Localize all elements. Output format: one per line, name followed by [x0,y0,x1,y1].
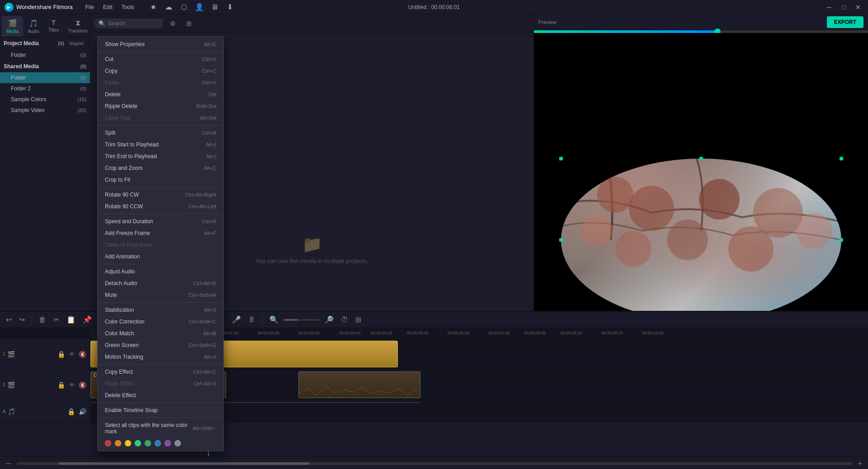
ctx-rotate-ccw[interactable]: Rotate 90 CCW Ctrl+Alt+Left [98,201,223,212]
ctx-sep-6 [98,364,223,365]
ctx-crop-fit-label: Crop to Fit [105,177,130,183]
ctx-color-match-label: Color Match [105,330,134,337]
color-mark-orange[interactable] [115,440,121,446]
ctx-close-gap-label: Close Gap [105,115,131,121]
ctx-rotate-ccw-shortcut: Ctrl+Alt+Left [189,204,216,209]
ctx-adjust-audio-label: Adjust Audio [105,268,135,275]
ctx-ripple-delete-shortcut: Shift+Del [196,103,216,109]
ctx-motion-tracking[interactable]: Motion Tracking Alt+X [98,351,223,363]
ctx-color-correction-shortcut: Ctrl+Shift+C [189,319,216,324]
ctx-sep-3 [98,214,223,214]
ctx-adjust-audio[interactable]: Adjust Audio [98,266,223,277]
ctx-copy-effect[interactable]: Copy Effect Ctrl+Alt+C [98,366,223,378]
ctx-split-shortcut: Ctrl+B [202,130,216,136]
ctx-color-match-shortcut: Alt+M [203,331,216,336]
ctx-freeze-shortcut: Alt+F [204,230,216,236]
ctx-rotate-cw[interactable]: Rotate 90 CW Ctrl+Alt+Right [98,189,223,201]
ctx-crop-zoom-label: Crop and Zoom [105,165,142,171]
ctx-close-gap: Close Gap Alt+Del [98,112,223,124]
ctx-show-properties[interactable]: Show Properties Alt+E [98,38,223,50]
ctx-green-screen-label: Green Screen [105,342,139,348]
ctx-sep-2 [98,187,223,188]
ctx-detach-audio[interactable]: Detach Audio Ctrl+Alt+D [98,277,223,289]
ctx-mute[interactable]: Mute Ctrl+Shift+M [98,289,223,301]
ctx-split[interactable]: Split Ctrl+B [98,127,223,139]
context-menu: Show Properties Alt+E Cut Ctrl+X Copy Ct… [97,36,224,451]
ctx-clear-keyframes-label: Clear All Keyframes [105,242,152,248]
color-mark-blue[interactable] [155,440,161,446]
ctx-copy-effect-shortcut: Ctrl+Alt+C [193,369,216,375]
color-mark-gray[interactable] [175,440,181,446]
ctx-green-screen[interactable]: Green Screen Ctrl+Shift+G [98,339,223,351]
ctx-speed-shortcut: Ctrl+R [202,219,216,224]
ctx-detach-audio-label: Detach Audio [105,280,137,286]
ctx-crop-fit[interactable]: Crop to Fit [98,174,223,186]
color-mark-darkgreen[interactable] [145,440,151,446]
ctx-close-gap-shortcut: Alt+Del [200,115,216,121]
color-mark-purple[interactable] [165,440,171,446]
ctx-cut-shortcut: Ctrl+X [202,56,216,62]
color-mark-green[interactable] [135,440,141,446]
ctx-select-color-mark-shortcut: Alt+Shift+` [193,426,216,431]
ctx-stabilization-label: Stabilization [105,307,134,313]
ctx-clear-keyframes: Clear All Keyframes [98,239,223,251]
color-mark-red[interactable] [105,440,111,446]
ctx-trim-start[interactable]: Trim Start to Playhead Alt+[ [98,139,223,150]
ctx-ripple-delete[interactable]: Ripple Delete Shift+Del [98,100,223,112]
ctx-mute-shortcut: Ctrl+Shift+M [189,292,216,298]
ctx-add-animation[interactable]: Add Animation [98,251,223,263]
ctx-cut[interactable]: Cut Ctrl+X [98,53,223,65]
ctx-paste-shortcut: Ctrl+V [202,80,216,85]
ctx-freeze-label: Add Freeze Frame [105,230,150,236]
ctx-sep-4 [98,264,223,264]
ctx-trim-end-label: Trim End to Playhead [105,153,157,159]
ctx-color-match[interactable]: Color Match Alt+M [98,328,223,339]
ctx-enable-snap-label: Enable Timeline Snap [105,407,158,413]
ctx-crop-zoom[interactable]: Crop and Zoom Alt+C [98,162,223,174]
ctx-paste: Paste Ctrl+V [98,77,223,89]
ctx-trim-start-label: Trim Start to Playhead [105,141,159,148]
ctx-paste-label: Paste [105,80,119,86]
color-mark-yellow[interactable] [125,440,131,446]
ctx-copy-effect-label: Copy Effect [105,369,133,375]
ctx-delete-label: Delete [105,91,121,98]
ctx-split-label: Split [105,130,115,136]
ctx-sep-7 [98,403,223,403]
ctx-cut-label: Cut [105,56,113,62]
ctx-copy-shortcut: Ctrl+C [202,68,216,74]
ctx-color-correction-label: Color Correction [105,319,144,325]
ctx-paste-effect: Paste Effect Ctrl+Alt+V [98,378,223,389]
ctx-select-color-mark-label: Select all clips with the same color mar… [105,422,193,435]
ctx-sep-0 [98,52,223,52]
ctx-sep-5 [98,302,223,303]
ctx-freeze[interactable]: Add Freeze Frame Alt+F [98,227,223,239]
ctx-detach-audio-shortcut: Ctrl+Alt+D [193,281,216,286]
ctx-green-screen-shortcut: Ctrl+Shift+G [189,342,216,348]
ctx-copy[interactable]: Copy Ctrl+C [98,65,223,77]
ctx-show-properties-label: Show Properties [105,41,145,47]
ctx-ripple-delete-label: Ripple Delete [105,103,137,109]
ctx-delete-effect-label: Delete Effect [105,392,136,399]
ctx-stabilization[interactable]: Stabilization Alt+S [98,304,223,316]
ctx-sep-8 [98,417,223,418]
ctx-color-correction[interactable]: Color Correction Ctrl+Shift+C [98,316,223,328]
ctx-trim-end-shortcut: Alt+] [206,154,216,159]
ctx-speed-label: Speed and Duration [105,218,153,225]
ctx-speed[interactable]: Speed and Duration Ctrl+R [98,216,223,227]
ctx-color-marks-row [98,437,223,449]
ctx-delete-effect[interactable]: Delete Effect [98,389,223,401]
ctx-select-color-mark[interactable]: Select all clips with the same color mar… [98,419,223,437]
ctx-trim-start-shortcut: Alt+[ [206,142,216,147]
ctx-delete-shortcut: Del [208,92,216,97]
ctx-paste-effect-label: Paste Effect [105,380,134,387]
ctx-crop-zoom-shortcut: Alt+C [204,165,216,171]
ctx-rotate-ccw-label: Rotate 90 CCW [105,203,143,210]
ctx-enable-snap[interactable]: Enable Timeline Snap [98,404,223,416]
ctx-paste-effect-shortcut: Ctrl+Alt+V [193,381,216,386]
ctx-delete[interactable]: Delete Del [98,89,223,100]
ctx-rotate-cw-shortcut: Ctrl+Alt+Right [185,192,216,197]
ctx-stabilization-shortcut: Alt+S [204,307,216,313]
ctx-trim-end[interactable]: Trim End to Playhead Alt+] [98,150,223,162]
ctx-add-animation-label: Add Animation [105,253,140,260]
ctx-show-properties-shortcut: Alt+E [204,42,216,47]
